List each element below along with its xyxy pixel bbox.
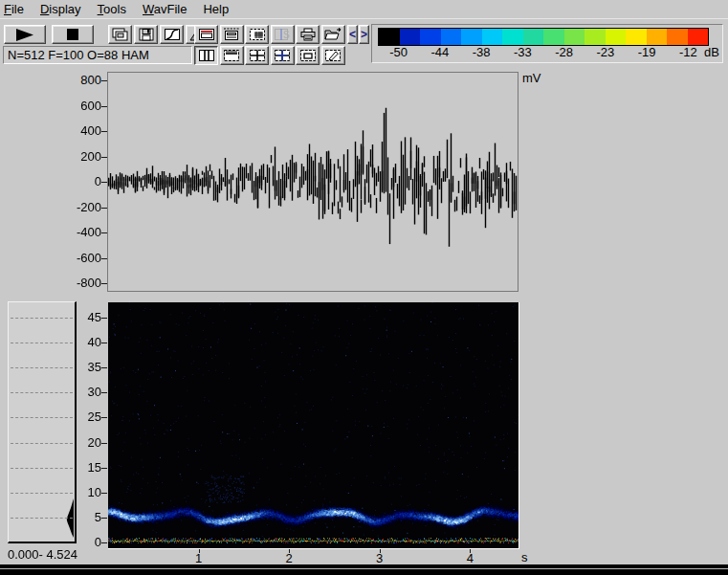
transfer-curve-button[interactable] xyxy=(160,25,184,44)
menu-bar-edge xyxy=(0,18,728,19)
colorbar-tick-label: -33 xyxy=(502,45,543,60)
prev-button[interactable]: < xyxy=(347,25,358,44)
play-button[interactable] xyxy=(4,25,46,44)
spectrogram-tickmark xyxy=(101,318,107,319)
analysis-settings-status: N=512 F=100 O=88 HAM xyxy=(3,46,192,64)
colorbar-tick-label: -38 xyxy=(461,45,502,60)
spectrogram-xtick-label: 2 xyxy=(278,551,299,565)
spectrogram-ytick-label: 0 xyxy=(71,535,101,549)
play-icon xyxy=(12,29,37,41)
waveform-unit-label: mV xyxy=(522,71,541,85)
spectrum-gridline xyxy=(11,392,73,393)
view-header-button[interactable] xyxy=(220,46,244,65)
colorbar-segment xyxy=(688,29,709,45)
colorbar-tick-label: -28 xyxy=(543,45,585,60)
menu-item-file[interactable]: File xyxy=(0,0,28,16)
open-file-button[interactable] xyxy=(321,25,345,44)
spectrogram-ytick-label: 45 xyxy=(71,310,101,324)
quad-icon xyxy=(249,49,266,62)
colorbar-segment xyxy=(523,29,544,45)
time-range-label: 0.000- 4.524 xyxy=(8,547,77,562)
waveform-plot[interactable] xyxy=(107,72,518,292)
colorbar-segment xyxy=(626,29,647,45)
spectrogram-ytick-label: 20 xyxy=(71,435,101,450)
waveform-ytick-label: -200 xyxy=(71,200,101,214)
spectrogram-ytick-label: 25 xyxy=(71,409,101,424)
waveform-tickmark xyxy=(101,258,107,259)
waveform-ytick-label: -600 xyxy=(71,251,101,265)
waveform-tickmark xyxy=(101,131,107,132)
colorbar-segment xyxy=(585,29,606,45)
colorbar-segment xyxy=(606,29,627,45)
colorbar-tick-label: -12 xyxy=(668,45,709,60)
colorbar-segment xyxy=(420,29,441,45)
spectrum-gridline xyxy=(11,318,73,319)
colorbar-tick-label: -44 xyxy=(419,45,460,60)
spectrogram-ytick-label: 10 xyxy=(71,485,101,499)
spectrogram-ytick-label: 5 xyxy=(71,510,101,524)
view-inner-button[interactable] xyxy=(296,46,320,65)
spectrum-gridline xyxy=(11,493,73,494)
next-button[interactable]: > xyxy=(359,25,369,44)
spectrogram-tickmark xyxy=(101,392,107,393)
colorbar xyxy=(378,28,709,46)
power-spectrum-panel[interactable] xyxy=(8,301,77,543)
colorbar-segment xyxy=(482,29,503,45)
pencil-icon xyxy=(324,49,342,62)
spectrum-gridline xyxy=(11,468,73,469)
power-spectrum-canvas xyxy=(9,302,74,541)
menu-item-help[interactable]: Help xyxy=(199,0,232,16)
colorbar-segment xyxy=(647,29,668,45)
stop-button[interactable] xyxy=(52,25,94,44)
cascade-windows-button[interactable] xyxy=(108,25,132,44)
spectrogram-ytick-label: 15 xyxy=(71,460,101,475)
svg-text:S: S xyxy=(283,30,290,40)
view-quad-button[interactable] xyxy=(245,46,269,65)
analysis-window-button[interactable] xyxy=(194,25,218,44)
spectrum-gridline xyxy=(11,343,73,343)
fft-frame-button[interactable] xyxy=(220,25,244,44)
menu-bar: FileDisplayToolsWavFileHelp xyxy=(0,0,728,18)
spectrum-gridline xyxy=(11,443,73,444)
waveform-ytick-label: 0 xyxy=(71,174,101,188)
spectrogram-canvas[interactable] xyxy=(108,302,518,548)
view-quad-cursor-button[interactable] xyxy=(271,46,295,65)
colorbar-segment xyxy=(543,29,564,45)
spectrogram-tickmark xyxy=(101,367,107,368)
spectrogram-tickmark xyxy=(101,443,107,444)
app-window: FileDisplayToolsWavFileHelp S<> N=512 F=… xyxy=(0,0,728,575)
spectrogram-tickmark xyxy=(101,468,107,469)
colorbar-tick-label: -23 xyxy=(585,45,626,60)
menu-item-wavfile[interactable]: WavFile xyxy=(139,0,190,16)
window-bottom-strip xyxy=(0,564,728,575)
quadb-icon xyxy=(274,49,291,62)
waveform-ytick-label: -400 xyxy=(71,225,101,239)
edit-notes-button[interactable] xyxy=(321,46,345,65)
spectrum-gridline xyxy=(11,367,73,368)
waveform-canvas[interactable] xyxy=(108,73,518,291)
curve-icon xyxy=(164,28,181,41)
menu-item-display[interactable]: Display xyxy=(36,0,85,16)
colorbar-segment xyxy=(379,29,400,45)
save-button[interactable] xyxy=(134,25,158,44)
menu-item-tools[interactable]: Tools xyxy=(94,0,130,16)
spectrogram-tickmark xyxy=(101,542,107,543)
snapshot-button: S xyxy=(271,25,295,44)
waveform-ytick-label: -800 xyxy=(71,276,101,290)
colorbar-labels: -50-44-38-33-28-23-19-12 xyxy=(378,45,709,60)
selection-button[interactable] xyxy=(245,25,269,44)
spectrogram-xtick-label: 1 xyxy=(188,551,210,565)
printer-icon xyxy=(299,28,317,41)
cascade-icon xyxy=(112,28,129,41)
print-button[interactable] xyxy=(296,25,320,44)
spectrogram-plot[interactable] xyxy=(108,302,519,549)
hdr-icon xyxy=(223,49,240,62)
spectrogram-xtick-label: 3 xyxy=(369,551,390,565)
colorbar-tick-label: -50 xyxy=(378,45,419,60)
view-columns-button[interactable] xyxy=(194,46,218,65)
spectrogram-tickmark xyxy=(101,493,107,494)
spectrogram-ytick-label: 40 xyxy=(71,335,101,349)
chevL-icon: < xyxy=(349,29,356,40)
hatch-icon xyxy=(249,28,266,41)
waveform-tickmark xyxy=(101,182,107,183)
